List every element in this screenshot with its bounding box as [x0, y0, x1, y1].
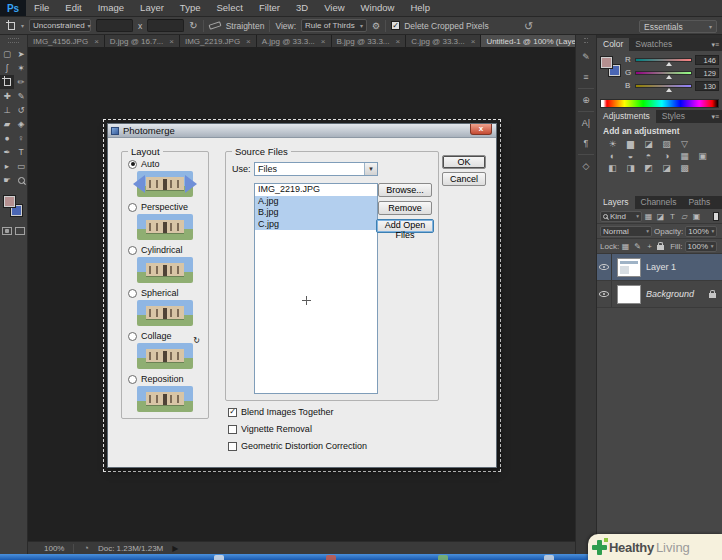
filter-toggle-switch[interactable] [713, 212, 719, 221]
type-layer-filter-icon[interactable]: T [668, 212, 677, 221]
layers-tab-history[interactable]: History [716, 196, 722, 209]
crop-width-field[interactable] [96, 19, 133, 32]
layers-tab-paths[interactable]: Paths [682, 196, 716, 209]
layout-radio-perspective[interactable]: Perspective [128, 202, 202, 212]
shape-layer-filter-icon[interactable]: ▱ [680, 212, 689, 221]
channel-value-G[interactable]: 129 [695, 68, 719, 78]
source-files-list[interactable]: IMG_2219.JPGA.jpgB.jpgC.jpg [254, 183, 378, 394]
foreground-color-swatch[interactable] [3, 195, 16, 208]
layout-radio-spherical[interactable]: Spherical [128, 288, 202, 298]
slider-thumb-icon[interactable] [666, 88, 672, 92]
filter-kind-dropdown[interactable]: Kind ▾ [600, 211, 642, 222]
opacity-value-dropdown[interactable]: 100% ▾ [685, 226, 717, 237]
tab-close-icon[interactable]: × [396, 37, 401, 46]
panel-gripper[interactable] [8, 38, 19, 43]
eraser-tool[interactable]: ▰ [0, 117, 14, 131]
posterize-icon[interactable]: ◨ [625, 163, 636, 173]
quick-mask-mode-icon[interactable] [2, 227, 12, 235]
pen-tool[interactable]: ✒ [0, 145, 14, 159]
pixel-layer-filter-icon[interactable]: ▦ [644, 212, 653, 221]
layers-tab-channels[interactable]: Channels [635, 196, 683, 209]
lock-pixels-icon[interactable]: ✎ [633, 242, 642, 251]
threshold-icon[interactable]: ◩ [643, 163, 654, 173]
brush-presets-panel-icon[interactable]: ✎ [576, 47, 596, 67]
hue-saturation-icon[interactable]: ◐ [607, 151, 618, 161]
fill-value-dropdown[interactable]: 100% ▾ [685, 241, 717, 252]
levels-icon[interactable]: ▆ [625, 139, 636, 149]
brush-tool[interactable]: ✎ [14, 89, 28, 103]
paint-bucket-tool[interactable]: ◈ [14, 117, 28, 131]
checkbox-vignette-removal[interactable]: Vignette Removal [228, 424, 367, 434]
shape-tool[interactable]: ▭ [14, 159, 28, 173]
document-tab-a-jpg-33-3[interactable]: A.jpg @ 33.3...× [257, 35, 332, 47]
layout-radio-cylindrical[interactable]: Cylindrical [128, 245, 202, 255]
adjustment-layer-filter-icon[interactable]: ◪ [656, 212, 665, 221]
slider-thumb-icon[interactable] [666, 75, 672, 79]
document-tab-untitled-1-100-layer-1-r[interactable]: Untitled-1 @ 100% (Layer 1, RGB/8) *× [481, 35, 575, 47]
panel-menu-icon[interactable]: ▾≡ [711, 110, 722, 123]
color-balance-icon[interactable]: ◒ [625, 151, 636, 161]
zoom-tool[interactable] [14, 173, 28, 187]
taskbar-item[interactable] [214, 555, 224, 560]
properties-panel-icon[interactable]: ≡ [576, 67, 596, 87]
menu-filter[interactable]: Filter [251, 0, 288, 16]
dialog-close-button[interactable]: x [470, 124, 492, 135]
crop-tool-icon[interactable] [6, 21, 16, 31]
menu-select[interactable]: Select [208, 0, 250, 16]
type-tool[interactable]: T [14, 145, 28, 159]
status-options-arrow-icon[interactable]: ▶ [172, 544, 178, 553]
channel-slider-B[interactable] [635, 84, 692, 88]
document-tab-d-jpg-16-7[interactable]: D.jpg @ 16.7...× [105, 35, 180, 47]
menu-type[interactable]: Type [172, 0, 209, 16]
history-brush-tool[interactable]: ↺ [14, 103, 28, 117]
dialog-title-bar[interactable]: Photomerge x [108, 124, 496, 138]
layer-thumbnail[interactable] [617, 285, 641, 304]
dodge-tool[interactable]: ♀ [14, 131, 28, 145]
document-tab-img-4156-jpg[interactable]: IMG_4156.JPG× [28, 35, 105, 47]
add-open-files-button[interactable]: Add Open Files [376, 219, 434, 233]
visibility-toggle[interactable] [597, 281, 612, 307]
document-tab-b-jpg-33-3[interactable]: B.jpg @ 33.3...× [332, 35, 407, 47]
clone-source-panel-icon[interactable]: ⊕ [576, 90, 596, 110]
crop-options-gear-icon[interactable]: ⚙ [372, 21, 380, 31]
layers-tab-layers[interactable]: Layers [597, 196, 635, 209]
lock-transparent-icon[interactable]: ▦ [621, 242, 630, 251]
ok-button[interactable]: OK [442, 155, 486, 169]
workspace-switcher[interactable]: Essentials ▾ [639, 20, 717, 33]
channel-mixer-icon[interactable]: ▦ [679, 151, 690, 161]
vibrance-icon[interactable]: ▽ [679, 139, 690, 149]
straighten-button[interactable]: Straighten [226, 21, 265, 31]
use-dropdown[interactable]: Files ▼ [254, 162, 378, 176]
color-tab-swatches[interactable]: Swatches [629, 38, 678, 51]
visibility-toggle[interactable] [597, 254, 612, 280]
selective-color-icon[interactable]: ◪ [661, 163, 672, 173]
channel-value-R[interactable]: 146 [695, 55, 719, 65]
foreground-color-swatch[interactable] [600, 56, 613, 69]
blur-tool[interactable]: ● [0, 131, 14, 145]
canvas-area[interactable]: Photomerge x Layout AutoPerspectiveCylin… [28, 47, 575, 541]
swap-dimensions-icon[interactable]: ↻ [189, 21, 197, 31]
color-lookup-icon[interactable]: ▣ [697, 151, 708, 161]
remove-button[interactable]: Remove [378, 201, 432, 215]
smart-object-filter-icon[interactable]: ▣ [692, 212, 701, 221]
channel-slider-G[interactable] [635, 71, 692, 75]
eyedropper-tool[interactable]: ✏ [14, 75, 28, 89]
taskbar-item[interactable] [326, 555, 336, 560]
lock-position-icon[interactable]: + [645, 242, 654, 251]
adjustments-tab-adjustments[interactable]: Adjustments [597, 110, 656, 123]
character-panel-icon[interactable]: A| [576, 113, 596, 133]
straighten-icon[interactable] [208, 21, 221, 29]
tab-close-icon[interactable]: × [94, 37, 99, 46]
channel-value-B[interactable]: 130 [695, 81, 719, 91]
chevron-down-icon[interactable]: ▼ [364, 163, 377, 175]
source-file-c-jpg[interactable]: C.jpg [255, 219, 377, 231]
tab-close-icon[interactable]: × [471, 37, 476, 46]
layout-radio-reposition[interactable]: Reposition [128, 374, 202, 384]
tab-close-icon[interactable]: × [321, 37, 326, 46]
gradient-map-icon[interactable]: ▩ [679, 163, 690, 173]
crop-tool[interactable] [0, 75, 14, 89]
layer-thumbnail[interactable] [617, 258, 641, 277]
brightness-contrast-icon[interactable]: ☀ [607, 139, 618, 149]
invert-icon[interactable]: ◧ [607, 163, 618, 173]
color-spectrum-ramp[interactable] [600, 99, 719, 108]
